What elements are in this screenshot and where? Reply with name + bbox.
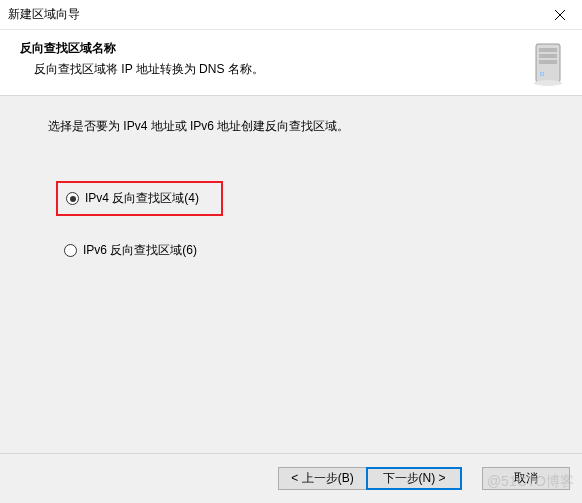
wizard-header-text: 反向查找区域名称 反向查找区域将 IP 地址转换为 DNS 名称。 <box>20 40 516 85</box>
window-title: 新建区域向导 <box>8 6 537 23</box>
dns-server-icon <box>524 40 572 88</box>
next-button[interactable]: 下一步(N) > <box>366 467 462 490</box>
page-title: 反向查找区域名称 <box>20 40 516 57</box>
ipv4-option[interactable]: IPv4 反向查找区域(4) <box>56 181 223 216</box>
ipv4-option-label: IPv4 反向查找区域(4) <box>85 190 199 207</box>
wizard-body: 选择是否要为 IPv4 地址或 IPv6 地址创建反向查找区域。 IPv4 反向… <box>0 96 582 453</box>
nav-button-group: < 上一步(B) 下一步(N) > <box>278 467 462 490</box>
cancel-button[interactable]: 取消 <box>482 467 570 490</box>
titlebar: 新建区域向导 <box>0 0 582 30</box>
zone-type-radio-group: IPv4 反向查找区域(4) IPv6 反向查找区域(6) <box>48 181 542 265</box>
svg-point-6 <box>540 72 544 76</box>
ipv6-option-label: IPv6 反向查找区域(6) <box>83 242 197 259</box>
ipv6-option[interactable]: IPv6 反向查找区域(6) <box>56 236 205 265</box>
svg-point-9 <box>534 80 562 86</box>
back-button[interactable]: < 上一步(B) <box>278 467 366 490</box>
radio-icon <box>66 192 79 205</box>
wizard-header: 反向查找区域名称 反向查找区域将 IP 地址转换为 DNS 名称。 <box>0 30 582 96</box>
page-subtitle: 反向查找区域将 IP 地址转换为 DNS 名称。 <box>20 61 516 78</box>
svg-rect-3 <box>539 48 557 52</box>
instruction-text: 选择是否要为 IPv4 地址或 IPv6 地址创建反向查找区域。 <box>48 118 542 135</box>
svg-rect-5 <box>539 60 557 64</box>
close-button[interactable] <box>537 0 582 30</box>
close-icon <box>555 10 565 20</box>
radio-icon <box>64 244 77 257</box>
wizard-footer: < 上一步(B) 下一步(N) > 取消 <box>0 453 582 503</box>
svg-rect-4 <box>539 54 557 58</box>
